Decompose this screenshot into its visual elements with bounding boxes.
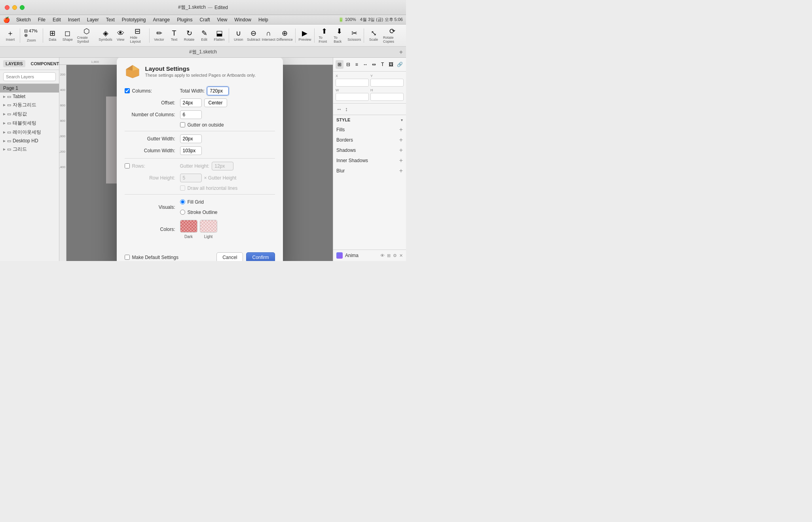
tab-add-button[interactable]: + [399,49,403,56]
toolbar-divider-6 [314,28,315,43]
rp-x-input[interactable] [336,79,369,87]
rp-style-dropdown-icon[interactable]: ▾ [401,118,403,122]
toolbar-rotate[interactable]: ↻ Rotate [182,29,196,42]
toolbar-hide-layout[interactable]: ⊟ Hide Layout [129,27,147,44]
gutter-width-input[interactable] [180,134,202,143]
toolbar-vector[interactable]: ✏ Vector [152,29,166,42]
rows-checkbox[interactable] [125,163,130,168]
toolbar-union[interactable]: ∪ Union [231,29,246,42]
columns-checkbox[interactable] [125,88,130,93]
toolbar-scale[interactable]: ⤡ Scale [366,29,381,42]
rp-eye-icon[interactable]: 👁 [380,253,385,258]
sidebar-tab-components[interactable]: COMPONENTS [28,60,65,67]
rp-blur-add-icon[interactable]: + [399,167,403,174]
rp-settings-icon[interactable]: ⚙ [393,253,397,258]
gutter-outside-checkbox[interactable] [180,122,185,127]
menu-prototyping[interactable]: Prototyping [119,16,149,23]
rp-grid-small-icon[interactable]: ⊞ [387,253,391,258]
rp-align-icon[interactable]: ⊞ [336,60,343,69]
menu-bar: 🍎 Sketch File Edit Insert Layer Text Pro… [0,15,406,25]
center-button[interactable]: Center [204,98,227,107]
menu-window[interactable]: Window [231,16,254,23]
cancel-button[interactable]: Cancel [216,252,243,261]
toolbar-edit[interactable]: ✎ Edit [197,29,211,42]
rp-type-icon[interactable]: T [379,60,387,69]
light-color-swatch[interactable] [200,220,217,233]
toolbar-text[interactable]: T Text [167,29,181,42]
rp-w-input[interactable] [336,93,369,101]
toolbar-scissors[interactable]: ✂ Scissors [347,29,361,42]
dark-color-swatch[interactable] [180,220,197,233]
rp-style-header: STYLE ▾ [333,115,406,125]
toolbar-intersect[interactable]: ∩ Intersect [262,29,276,42]
rp-distribute-icon[interactable]: ⇔ [370,60,378,69]
toolbar-insert[interactable]: ＋ Insert [3,29,17,42]
menu-craft[interactable]: Craft [197,16,213,23]
menu-file[interactable]: File [35,16,49,23]
rp-spacing-icon[interactable]: ↔ [361,60,369,69]
toolbar-difference[interactable]: ⊕ Difference [277,29,293,42]
menu-text[interactable]: Text [103,16,118,23]
toolbar-view[interactable]: 👁 View [114,29,128,42]
offset-input[interactable] [180,98,202,107]
column-width-input[interactable] [180,146,202,155]
toolbar-preview[interactable]: ▶ Preview [298,29,312,42]
num-columns-input[interactable] [180,110,202,119]
menu-edit[interactable]: Edit [49,16,64,23]
layer-item-settings-val[interactable]: ▶ ▭ 세팅값 [0,110,59,119]
toolbar-flatten[interactable]: ⬓ Flatten [212,29,226,42]
toolbar-rotate-copies[interactable]: ⟳ Rotate Copies [381,27,403,44]
row-height-suffix: × Gutter Height [204,175,237,181]
minimize-button[interactable] [12,5,17,10]
menu-view[interactable]: View [214,16,231,23]
rp-flip-h-icon[interactable]: ↔ [336,106,342,112]
apple-menu[interactable]: 🍎 [3,17,10,23]
toolbar-to-front[interactable]: ⬆ To Front [317,27,331,44]
toolbar-subtract[interactable]: ⊖ Subtract [247,29,261,42]
layer-item-auto-grid[interactable]: ▶ ▭ 자동그리드 [0,100,59,110]
layer-item-tablet-settings[interactable]: ▶ ▭ 태블릿세팅 [0,119,59,128]
maximize-button[interactable] [20,5,25,10]
toolbar-zoom[interactable]: ⊟ 47% ⊕ Zoom [23,28,40,43]
menu-insert[interactable]: Insert [65,16,83,23]
fill-grid-radio[interactable] [180,199,185,204]
menu-plugins[interactable]: Plugins [174,16,195,23]
sidebar-tab-layers[interactable]: LAYERS [3,60,25,67]
rp-grid-icon[interactable]: ⊟ [344,60,352,69]
toolbar-symbols[interactable]: ◈ Symbols [99,29,113,42]
rp-inner-shadows-add-icon[interactable]: + [399,157,403,164]
close-button[interactable] [5,5,9,10]
draw-lines-checkbox[interactable] [180,185,185,191]
menu-sketch[interactable]: Sketch [13,16,34,23]
menu-layer[interactable]: Layer [84,16,102,23]
default-settings-checkbox[interactable] [125,255,130,260]
toolbar-to-back[interactable]: ⬇ To Back [332,27,346,44]
rp-flip-v-icon[interactable]: ↕ [345,106,348,112]
toolbar-shape[interactable]: ◻ Shape [61,29,75,42]
menu-arrange[interactable]: Arrange [150,16,173,23]
row-height-input[interactable] [180,174,202,182]
rp-borders-add-icon[interactable]: + [399,136,403,144]
menu-help[interactable]: Help [255,16,271,23]
rp-shadows-add-icon[interactable]: + [399,147,403,154]
rp-actions-row: ↔ ↕ [333,104,406,115]
layer-item-layout-settings[interactable]: ▶ ▭ 레이아웃세팅 [0,128,59,137]
layer-item-desktop-hd[interactable]: ▶ ▭ Desktop HD [0,137,59,145]
rp-y-input[interactable] [370,79,404,87]
toolbar-data[interactable]: ⊞ Data [46,29,60,42]
toolbar-create-symbol[interactable]: ⬡ Create Symbol [76,27,98,44]
rp-link-icon[interactable]: 🔗 [396,60,404,69]
rp-close-icon[interactable]: ✕ [399,253,403,258]
rp-fills-add-icon[interactable]: + [399,126,403,133]
page-item[interactable]: Page 1 [0,84,59,93]
rp-h-input[interactable] [370,93,404,101]
layer-item-tablet[interactable]: ▶ ▭ Tablet [0,93,59,100]
gutter-height-input[interactable] [212,162,233,170]
search-input[interactable] [3,72,56,81]
stroke-outline-radio[interactable] [180,210,185,215]
rp-image-icon[interactable]: 🖼 [387,60,395,69]
rp-list-icon[interactable]: ≡ [353,60,361,69]
layer-item-grid[interactable]: ▶ ▭ 그리드 [0,145,59,154]
confirm-button[interactable]: Confirm [246,252,275,261]
total-width-input[interactable] [207,87,229,95]
